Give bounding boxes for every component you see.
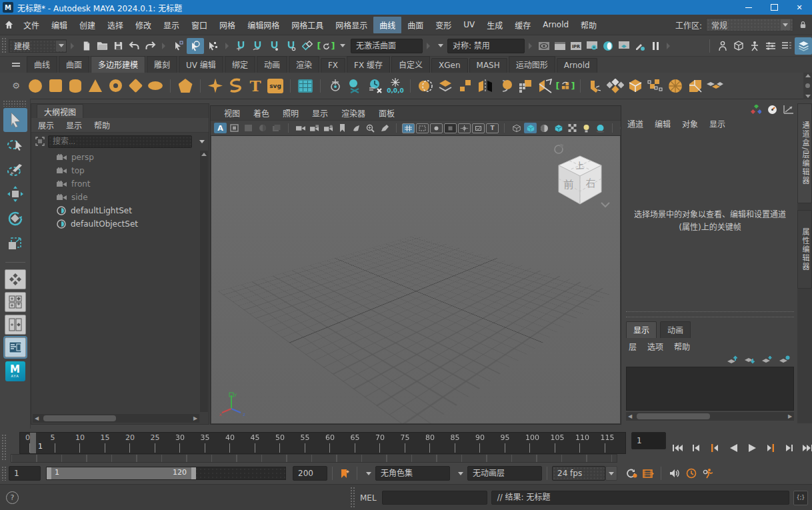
shelf-tab-fx-caching[interactable]: FX 缓存 xyxy=(347,56,390,73)
center-pivot-button[interactable] xyxy=(325,76,345,96)
go-to-end-button[interactable] xyxy=(799,439,812,457)
shelf-tab-custom[interactable]: 自定义 xyxy=(391,56,430,73)
menu-set-dropdown-icon[interactable] xyxy=(56,41,66,51)
home-icon[interactable] xyxy=(0,20,17,29)
viewport-menu-lighting[interactable]: 照明 xyxy=(277,107,304,119)
bridge-button[interactable] xyxy=(625,76,645,96)
bookmark-add-button[interactable] xyxy=(337,466,352,481)
viewport-menu-view[interactable]: 视图 xyxy=(219,107,245,119)
character-set-dropdown-icon[interactable] xyxy=(366,472,371,475)
viewport-menu-shading[interactable]: 着色 xyxy=(248,107,275,119)
view-cube-right-label[interactable]: 右 xyxy=(585,177,595,189)
current-frame-field[interactable]: 1 xyxy=(631,432,666,449)
group-separator[interactable] xyxy=(667,43,670,49)
scroll-right-icon[interactable]: ▶ xyxy=(191,415,199,421)
scroll-thumb[interactable] xyxy=(43,415,116,421)
search-dropdown-icon[interactable] xyxy=(199,140,205,143)
humanik-button[interactable] xyxy=(715,38,731,54)
render-settings-button[interactable] xyxy=(584,39,600,53)
menu-help[interactable]: 帮助 xyxy=(575,17,603,33)
new-empty-layer-icon[interactable] xyxy=(761,355,773,364)
circularize-button[interactable] xyxy=(665,76,685,96)
outliner-search-input[interactable] xyxy=(48,135,192,148)
poly-text-button[interactable]: T xyxy=(245,76,265,96)
tab-attribute-editor[interactable]: 属性编辑器 xyxy=(797,210,812,289)
group-separator[interactable] xyxy=(427,43,430,49)
shelf-tab-curves[interactable]: 曲线 xyxy=(27,56,57,73)
separate-button[interactable] xyxy=(455,76,475,96)
field-chart-icon[interactable] xyxy=(458,123,471,133)
safe-title-icon[interactable]: T xyxy=(486,123,499,133)
shelf-tab-sculpting[interactable]: 雕刻 xyxy=(147,56,177,73)
outliner-item-top[interactable]: top xyxy=(33,164,199,177)
group-separator[interactable] xyxy=(225,43,229,49)
animation-snapshot-button[interactable] xyxy=(640,466,656,481)
redo-button[interactable] xyxy=(142,38,158,54)
shelf-tab-fx[interactable]: FX xyxy=(321,58,345,73)
select-object-button[interactable] xyxy=(187,38,204,54)
wireframe-icon[interactable] xyxy=(510,123,523,133)
shelf-tab-arnold[interactable]: Arnold xyxy=(557,58,597,73)
move-layer-up-icon[interactable] xyxy=(727,355,738,364)
manipulator-display-icon[interactable] xyxy=(751,105,761,114)
menu-mesh-tools[interactable]: 网格工具 xyxy=(285,17,329,33)
stacked-frames-icon[interactable] xyxy=(270,123,283,133)
range-end-handle[interactable] xyxy=(191,467,196,479)
range-slider-track[interactable]: 1 120 xyxy=(46,467,286,480)
snap-point-button[interactable] xyxy=(266,38,283,54)
scroll-thumb[interactable] xyxy=(805,83,810,88)
range-slider-grip[interactable] xyxy=(1,466,6,481)
snap-curve-button[interactable] xyxy=(249,38,266,54)
grease-pencil-icon[interactable] xyxy=(378,123,391,133)
extrude-button[interactable] xyxy=(585,76,605,96)
workspace-dropdown-icon[interactable] xyxy=(781,19,790,30)
ssao-icon[interactable] xyxy=(618,123,621,133)
step-forward-frame-button[interactable] xyxy=(781,439,798,457)
layer-tab-anim[interactable]: 动画 xyxy=(660,321,691,338)
resolution-gate-icon[interactable] xyxy=(430,123,443,133)
shelf-tab-motion-graphics[interactable]: 运动图形 xyxy=(509,56,555,73)
match-transform-button[interactable] xyxy=(345,76,365,96)
viewport-menu-renderer[interactable]: 渲染器 xyxy=(336,107,371,119)
menu-mesh-display[interactable]: 网格显示 xyxy=(329,17,373,33)
shelf-scrollbar[interactable] xyxy=(803,73,812,99)
layer-menu-layers[interactable]: 层 xyxy=(629,341,637,352)
pause-viewport-button[interactable] xyxy=(648,39,663,53)
shelf-tab-surfaces[interactable]: 曲面 xyxy=(59,56,89,73)
animation-end-field[interactable]: 200 xyxy=(293,466,327,481)
camera-icon[interactable] xyxy=(294,123,307,133)
status-line-grip[interactable] xyxy=(1,37,6,54)
shelf-tab-uv-editing[interactable]: UV 编辑 xyxy=(179,56,223,73)
filter-icon[interactable] xyxy=(35,137,45,146)
lights-icon[interactable] xyxy=(580,123,593,133)
layout-four-pane-button[interactable] xyxy=(5,292,26,312)
bevel-button[interactable] xyxy=(685,76,705,96)
scroll-left-icon[interactable]: ◀ xyxy=(33,415,41,421)
light-editor-button[interactable] xyxy=(616,39,632,53)
layout-single-pane-button[interactable] xyxy=(5,269,26,289)
minimize-button[interactable] xyxy=(736,0,761,15)
move-tool[interactable] xyxy=(3,182,27,206)
tool-settings-button[interactable] xyxy=(763,38,779,54)
snap-projected-center-button[interactable] xyxy=(283,38,299,54)
reverse-normals-button[interactable] xyxy=(535,76,555,96)
super-shape-button[interactable] xyxy=(205,76,225,96)
viewport-3d-area[interactable]: 上 前 右 x y z xyxy=(211,136,620,423)
pan-zoom-icon[interactable] xyxy=(364,123,377,133)
poly-helix-button[interactable] xyxy=(225,76,245,96)
mirror-button[interactable] xyxy=(475,76,495,96)
poly-sphere-button[interactable] xyxy=(25,76,45,96)
scale-tool[interactable] xyxy=(3,231,27,255)
poly-torus-button[interactable] xyxy=(105,76,125,96)
symmetry-field[interactable]: 对称: 禁用 xyxy=(447,39,525,53)
make-live-button[interactable] xyxy=(299,38,316,54)
view-cube-top-label[interactable]: 上 xyxy=(575,161,585,171)
maximize-button[interactable] xyxy=(761,0,787,15)
time-slider-ruler[interactable]: 0 5 10 15 20 25 30 35 40 45 50 55 60 65 … xyxy=(19,432,626,454)
layout-outliner-persp-button[interactable] xyxy=(5,337,26,357)
menu-create[interactable]: 创建 xyxy=(73,17,101,33)
shelf-tab-rendering[interactable]: 渲染 xyxy=(289,56,319,73)
layer-list[interactable] xyxy=(626,367,794,411)
gate-mask-icon[interactable] xyxy=(444,123,457,133)
close-button[interactable]: ✕ xyxy=(787,0,812,15)
